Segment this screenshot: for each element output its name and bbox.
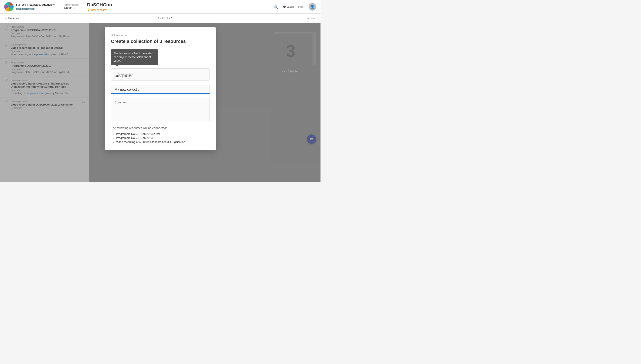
avatar[interactable]: 👤 (309, 3, 316, 10)
nav-bar: ← Previous 1 - 25 of 27 → Next (0, 14, 320, 23)
collection-name-wrapper (111, 85, 210, 94)
resource-item: Programme DaSCHCon 2023.1 (116, 136, 210, 140)
project-area: DaSCHCon 💡 How to search (83, 2, 273, 12)
filter-label: Filter by project (64, 4, 79, 6)
badge-row: dev dev-release (16, 8, 56, 10)
project-filter[interactable]: Filter by project Dasch ▾ (64, 4, 79, 10)
tooltip-text: The link resource has to be added to a p… (114, 52, 152, 62)
collection-name-input[interactable] (115, 88, 206, 92)
chevron-down-icon: ▾ (74, 7, 75, 9)
modal-overlay: Link resources Create a collection of 3 … (0, 23, 320, 182)
header-right: 🔍 🎓 expert Help 👤 (273, 3, 316, 10)
comment-wrapper (111, 98, 210, 121)
resources-list: Programme DaSCHCon 2023.2 test Programme… (111, 132, 210, 144)
tooltip-arrow (115, 65, 119, 67)
badge-dev: dev (16, 8, 22, 10)
project-select-label: Select a project * (118, 73, 134, 76)
expert-badge: 🎓 expert (283, 5, 294, 8)
title-group: DaSCH Service Platform dev dev-release (16, 4, 56, 10)
logo-area: DaSCH Service Platform dev dev-release (4, 2, 56, 12)
help-button[interactable]: Help (298, 5, 304, 8)
next-button[interactable]: → Next (306, 16, 316, 20)
project-title: DaSCHCon (87, 2, 269, 8)
graduation-icon: 🎓 (283, 5, 286, 8)
filter-dropdown[interactable]: Dasch ▾ (64, 6, 79, 10)
arrow-left-icon: ← (4, 16, 7, 20)
logo-icon (4, 2, 14, 12)
project-select-wrapper: Select a project * 0810 | dasch (111, 68, 210, 81)
resource-item: Programme DaSCHCon 2023.2 test (116, 132, 210, 136)
page-count: 1 - 25 of 27 (23, 16, 307, 20)
resource-item: Video recording of A Future Standardized… (116, 140, 210, 144)
lightbulb-icon: 💡 (87, 8, 90, 12)
project-select[interactable]: Select a project * 0810 | dasch (111, 68, 210, 81)
how-to-search[interactable]: 💡 How to search (87, 8, 273, 12)
create-collection-modal: Link resources Create a collection of 3 … (105, 27, 216, 150)
prev-button[interactable]: ← Previous (4, 16, 19, 20)
header: DaSCH Service Platform dev dev-release F… (0, 0, 320, 14)
filter-value: Dasch (64, 6, 73, 10)
search-icon[interactable]: 🔍 (273, 4, 279, 9)
comment-input[interactable] (115, 101, 206, 118)
arrow-right-icon: → (306, 16, 309, 20)
resources-label: The following resources will be connecte… (111, 126, 210, 130)
badge-dev-release: dev-release (22, 8, 35, 10)
modal-breadcrumb: Link resources (111, 34, 210, 37)
main-content: 📄 Programmes Programme DaSCHCon 2023.2 t… (0, 23, 320, 182)
tooltip-box: The link resource has to be added to a p… (111, 49, 158, 65)
modal-title: Create a collection of 3 resources (111, 39, 210, 44)
app-title: DaSCH Service Platform (16, 4, 56, 7)
